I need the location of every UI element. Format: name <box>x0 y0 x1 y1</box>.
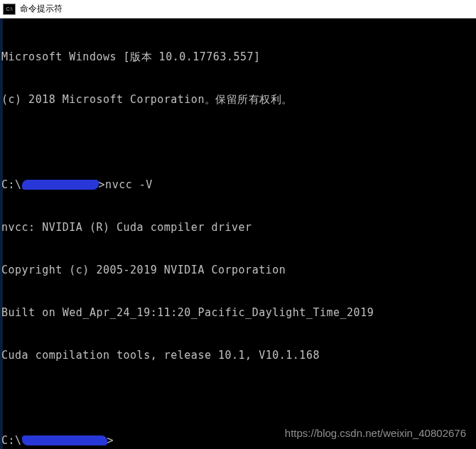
nvcc-output-2: Copyright (c) 2005-2019 NVIDIA Corporati… <box>1 263 475 277</box>
prompt-prefix: C:\ <box>1 434 22 447</box>
copyright-line: (c) 2018 Microsoft Corporation。保留所有权利。 <box>1 92 475 107</box>
prompt-line-1: C:\>nvcc -V <box>1 178 475 192</box>
cmd-icon-text: C:\ <box>6 6 13 11</box>
nvcc-output-3: Built on Wed_Apr_24_19:11:20_Pacific_Day… <box>1 305 475 320</box>
redacted-path <box>22 180 99 190</box>
prompt-cursor: > <box>107 434 114 447</box>
blank-line <box>1 135 475 149</box>
nvcc-output-1: nvcc: NVIDIA (R) Cuda compiler driver <box>1 220 475 234</box>
version-line: Microsoft Windows [版本 10.0.17763.557] <box>1 50 475 64</box>
blank-line <box>1 391 475 405</box>
window-titlebar[interactable]: C:\ 命令提示符 <box>0 0 476 18</box>
prompt-prefix: C:\ <box>1 178 22 191</box>
nvcc-output-4: Cuda compilation tools, release 10.1, V1… <box>1 348 475 362</box>
watermark-text: https://blog.csdn.net/weixin_40802676 <box>285 427 466 439</box>
window-title: 命令提示符 <box>20 3 63 15</box>
cmd-icon: C:\ <box>3 4 16 15</box>
prompt-command: >nvcc -V <box>99 178 153 191</box>
redacted-path <box>22 436 107 445</box>
terminal-output[interactable]: Microsoft Windows [版本 10.0.17763.557] (c… <box>0 18 476 449</box>
